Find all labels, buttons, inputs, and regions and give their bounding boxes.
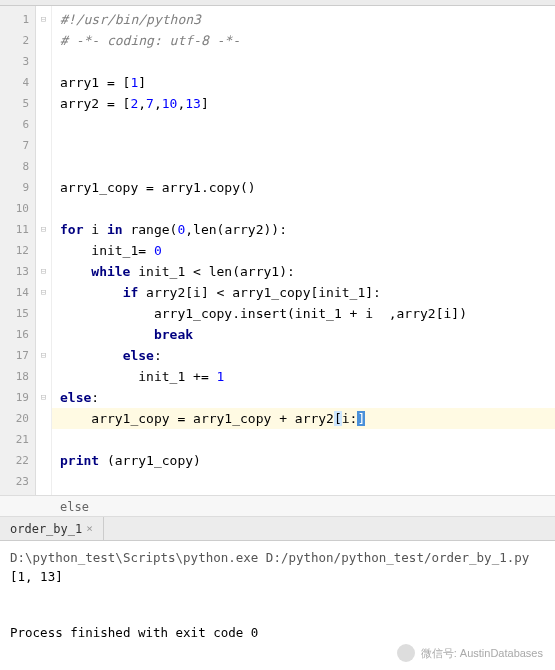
fold-marker-icon[interactable]: ⊟ — [36, 345, 51, 366]
bracket-highlight: [ — [334, 411, 342, 426]
line-number[interactable]: 9 — [0, 177, 35, 198]
keyword: break — [154, 327, 193, 342]
line-number[interactable]: 19 — [0, 387, 35, 408]
line-number[interactable]: 3 — [0, 51, 35, 72]
line-number-gutter: 1 2 3 4 5 6 7 8 9 10 11 12 13 14 15 16 1… — [0, 6, 36, 495]
breadcrumb[interactable]: else — [0, 495, 555, 517]
comment: #!/usr/bin/python3 — [60, 12, 201, 27]
code-text: range( — [123, 222, 178, 237]
code-text: init_1 < len(arry1): — [130, 264, 294, 279]
output-tab-bar: order_by_1 × — [0, 517, 555, 541]
code-text: arry2 = [ — [60, 96, 130, 111]
number: 13 — [185, 96, 201, 111]
code-text: ] — [201, 96, 209, 111]
fold-marker-icon[interactable]: ⊟ — [36, 282, 51, 303]
line-number[interactable]: 22 — [0, 450, 35, 471]
line-number[interactable]: 11 — [0, 219, 35, 240]
code-content[interactable]: #!/usr/bin/python3 # -*- coding: utf-8 -… — [52, 6, 555, 495]
fold-column: ⊟ ⊟ ⊟ ⊟ ⊟ ⊟ — [36, 6, 52, 495]
code-text: init_1= — [60, 243, 154, 258]
keyword: if — [123, 285, 139, 300]
keyword: else — [60, 390, 91, 405]
line-number[interactable]: 20 — [0, 408, 35, 429]
keyword: print — [60, 453, 99, 468]
code-text: arry1_copy = arry1_copy + arry2 — [60, 411, 334, 426]
keyword: while — [91, 264, 130, 279]
line-number[interactable]: 16 — [0, 324, 35, 345]
editor-area: 1 2 3 4 5 6 7 8 9 10 11 12 13 14 15 16 1… — [0, 6, 555, 495]
watermark-icon — [397, 644, 415, 662]
code-text: arry1 = [ — [60, 75, 130, 90]
code-text: : — [91, 390, 99, 405]
code-text: i: — [342, 411, 358, 426]
line-number[interactable]: 5 — [0, 93, 35, 114]
line-number[interactable]: 21 — [0, 429, 35, 450]
line-number[interactable]: 14 — [0, 282, 35, 303]
code-text: init_1 += — [60, 369, 217, 384]
line-number[interactable]: 6 — [0, 114, 35, 135]
line-number[interactable]: 10 — [0, 198, 35, 219]
watermark: 微信号: AustinDatabases — [397, 644, 543, 662]
keyword: in — [107, 222, 123, 237]
line-number[interactable]: 1 — [0, 9, 35, 30]
code-text: arry2[i] < arry1_copy[init_1]: — [138, 285, 381, 300]
line-number[interactable]: 13 — [0, 261, 35, 282]
number: 10 — [162, 96, 178, 111]
line-number[interactable]: 18 — [0, 366, 35, 387]
number: 0 — [154, 243, 162, 258]
comment: # -*- coding: utf-8 -*- — [60, 33, 240, 48]
console-command: D:\python_test\Scripts\python.exe D:/pyt… — [10, 550, 529, 565]
line-number[interactable]: 2 — [0, 30, 35, 51]
cursor-bracket: ] — [357, 411, 365, 426]
watermark-text: 微信号: AustinDatabases — [421, 646, 543, 661]
close-icon[interactable]: × — [86, 517, 93, 541]
line-number[interactable]: 15 — [0, 303, 35, 324]
console-exit: Process finished with exit code 0 — [10, 625, 258, 640]
code-text: (arry1_copy) — [99, 453, 201, 468]
line-number[interactable]: 17 — [0, 345, 35, 366]
code-text: arry1_copy.insert(init_1 + i ,arry2[i]) — [60, 306, 467, 321]
fold-marker-icon[interactable]: ⊟ — [36, 387, 51, 408]
code-text: i — [83, 222, 106, 237]
number: 7 — [146, 96, 154, 111]
line-number[interactable]: 4 — [0, 72, 35, 93]
output-tab-label: order_by_1 — [10, 517, 82, 541]
fold-marker-icon[interactable]: ⊟ — [36, 9, 51, 30]
code-text: , — [138, 96, 146, 111]
fold-marker-icon[interactable]: ⊟ — [36, 219, 51, 240]
output-tab[interactable]: order_by_1 × — [0, 517, 104, 541]
line-number[interactable]: 12 — [0, 240, 35, 261]
code-text: arry1_copy = arry1.copy() — [60, 180, 256, 195]
fold-marker-icon[interactable]: ⊟ — [36, 261, 51, 282]
number: 1 — [217, 369, 225, 384]
keyword: for — [60, 222, 83, 237]
console-result: [1, 13] — [10, 569, 63, 584]
line-number[interactable]: 8 — [0, 156, 35, 177]
code-text: : — [154, 348, 162, 363]
code-text: , — [154, 96, 162, 111]
keyword: else — [123, 348, 154, 363]
line-number[interactable]: 7 — [0, 135, 35, 156]
line-number[interactable]: 23 — [0, 471, 35, 492]
code-text: ,len(arry2)): — [185, 222, 287, 237]
console-output[interactable]: D:\python_test\Scripts\python.exe D:/pyt… — [0, 541, 555, 659]
code-text: ] — [138, 75, 146, 90]
